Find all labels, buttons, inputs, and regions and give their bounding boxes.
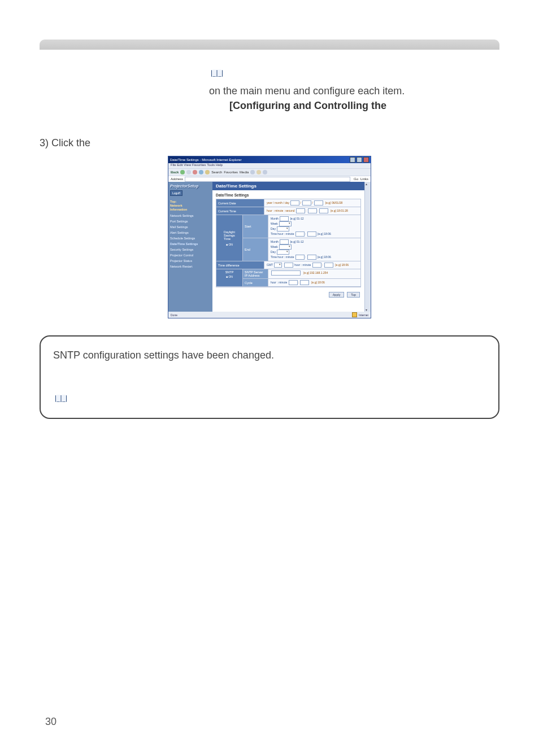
dst-start-min-input[interactable] <box>307 231 316 237</box>
label-current-time: Current Time <box>216 207 264 215</box>
window-titlebar: Date/Time Settings - Microsoft Internet … <box>168 156 371 163</box>
body-text-3-bold: [Configuring and Controlling the <box>229 100 386 111</box>
history-icon[interactable] <box>250 170 255 174</box>
sidebar-item-port-settings[interactable]: Port Settings <box>170 220 211 223</box>
back-icon[interactable] <box>180 170 185 174</box>
form-buttons: Apply Top <box>212 290 364 300</box>
embedded-screenshot: Date/Time Settings - Microsoft Internet … <box>168 156 371 318</box>
sidebar-item-projector-control[interactable]: Projector Control <box>170 254 211 257</box>
dst-start-month-input[interactable] <box>280 216 289 221</box>
body-sntp-cycle: hour : minute : [e.g] 18:06 <box>268 279 360 287</box>
dst-start-month-label: Month <box>271 217 279 220</box>
dst-end-day-select[interactable] <box>277 250 289 255</box>
month-input[interactable] <box>302 200 311 206</box>
body-line-3: [Configuring and Controlling the <box>40 98 499 113</box>
home-icon[interactable] <box>205 170 210 174</box>
forward-icon[interactable] <box>186 170 191 174</box>
dst-start-day-select[interactable] <box>277 226 289 231</box>
gmt-hm-label: hour : minute <box>294 263 311 266</box>
sidebar-group-label: Top: Network Information <box>170 200 211 212</box>
sidebar-item-alert-settings[interactable]: Alert Settings <box>170 231 211 234</box>
page: on the main menu and configure each item… <box>0 0 539 756</box>
row-dst: Daylight Savings Time ■ ON Start Month <box>216 215 360 261</box>
maximize-icon[interactable] <box>357 157 362 163</box>
book-icon <box>55 394 67 403</box>
dst-end-month-input[interactable] <box>280 239 289 244</box>
page-number: 30 <box>45 716 56 728</box>
dst-start-week-label: Week <box>271 222 278 225</box>
sidebar-item-mail-settings[interactable]: Mail Settings <box>170 225 211 229</box>
sidebar-item-network-settings[interactable]: Network Settings <box>170 214 211 217</box>
back-button[interactable]: Back <box>171 171 179 174</box>
dst-end-min-input[interactable] <box>307 255 316 260</box>
stop-icon[interactable] <box>193 170 197 174</box>
sntp-label-text: SNTP <box>225 270 234 274</box>
dst-start-week-select[interactable] <box>279 221 292 226</box>
dst-end-week-select[interactable] <box>279 244 292 250</box>
current-date-text: year / month / day <box>267 201 289 204</box>
day-input[interactable] <box>314 200 323 206</box>
minimize-icon[interactable] <box>350 157 355 163</box>
current-time-eg: [e.g] 18:01:28 <box>331 209 348 212</box>
status-bar: Done Internet <box>168 312 371 318</box>
dst-end-week-label: Week <box>271 245 278 248</box>
cycle-hour-input[interactable] <box>289 280 298 285</box>
dst-start-month-eg: [e.g] 01-12 <box>290 217 304 220</box>
section-header-bar <box>40 40 499 50</box>
logoff-button[interactable]: Logoff <box>170 190 182 196</box>
sidebar: ProjectorSetup Logoff Top: Network Infor… <box>168 182 212 312</box>
top-button[interactable]: Top <box>347 292 360 298</box>
sidebar-item-schedule-settings[interactable]: Schedule Settings <box>170 237 211 240</box>
address-bar: Address Go Links <box>168 176 371 182</box>
main-subtitle: Date/Time Settings <box>212 190 364 199</box>
year-input[interactable] <box>290 200 299 206</box>
dst-end-hour-input[interactable] <box>295 255 305 260</box>
gmt-hour2-input[interactable] <box>312 263 321 268</box>
dst-on-checkbox[interactable]: ■ ON <box>226 243 233 246</box>
status-left: Done <box>171 313 177 317</box>
gmt-hour-input[interactable] <box>284 263 293 268</box>
sntp-ip-input[interactable] <box>271 270 301 276</box>
second-input[interactable] <box>319 208 328 213</box>
sntp-on-checkbox[interactable]: ■ ON <box>226 275 233 278</box>
vertical-scrollbar[interactable] <box>364 182 371 312</box>
dst-start-time-label: Time hour : minute <box>271 232 294 235</box>
links-label[interactable]: Links <box>360 177 368 181</box>
gmt-sign-select[interactable] <box>274 263 282 268</box>
body-dst-end: Month [e.g] 01-12 Week Day Time hour : m… <box>268 238 360 261</box>
address-label: Address <box>171 177 183 181</box>
mail-icon[interactable] <box>257 170 261 174</box>
sntp-addr-eg: [e.g] 192.168.1.254 <box>303 271 328 274</box>
address-input[interactable] <box>185 177 350 182</box>
go-button[interactable]: Go <box>354 177 358 181</box>
media-label[interactable]: Media <box>240 171 249 174</box>
refresh-icon[interactable] <box>199 170 203 174</box>
dst-end-time-eg: [e.g] 18:06 <box>318 255 331 259</box>
close-icon[interactable] <box>363 157 369 163</box>
label-sntp-addr: SNTP Server IP Address <box>243 269 268 279</box>
apply-button[interactable]: Apply <box>329 292 345 298</box>
dst-end-month-label: Month <box>271 240 279 243</box>
label-current-date: Current Date <box>216 199 264 207</box>
gmt-min-input[interactable] <box>324 263 333 268</box>
dst-start-hour-input[interactable] <box>295 231 305 237</box>
sidebar-item-network-restart[interactable]: Network Restart <box>170 265 211 268</box>
line-with-book-icon <box>40 65 499 80</box>
row-sntp: SNTP ■ ON SNTP Server IP Address [e.g] 1… <box>216 269 360 287</box>
favorites-label[interactable]: Favorites <box>224 171 238 174</box>
cycle-min-input[interactable] <box>300 280 309 285</box>
window-menubar[interactable]: File Edit View Favorites Tools Help <box>168 163 371 168</box>
row-time-diff: Time difference GMT hour : minute : [e.g… <box>216 261 360 269</box>
sidebar-item-projector-status[interactable]: Projector Status <box>170 259 211 263</box>
sidebar-brand: ProjectorSetup <box>170 184 211 188</box>
hour-input[interactable] <box>296 208 305 213</box>
current-date-eg: [e.g] 06/01/28 <box>325 201 343 204</box>
search-label[interactable]: Search <box>211 171 222 174</box>
body-current-time: hour : minute : second : : [e.g] 18:01:2… <box>264 207 360 215</box>
print-icon[interactable] <box>263 170 267 174</box>
dst-end-time-label: Time hour : minute <box>271 255 294 259</box>
sidebar-item-date-time-settings[interactable]: Date/Time Settings <box>170 242 211 246</box>
body-time-diff: GMT hour : minute : [e.g] 18:06 <box>264 261 360 269</box>
minute-input[interactable] <box>308 208 317 213</box>
sidebar-item-security-settings[interactable]: Security Settings <box>170 248 211 251</box>
